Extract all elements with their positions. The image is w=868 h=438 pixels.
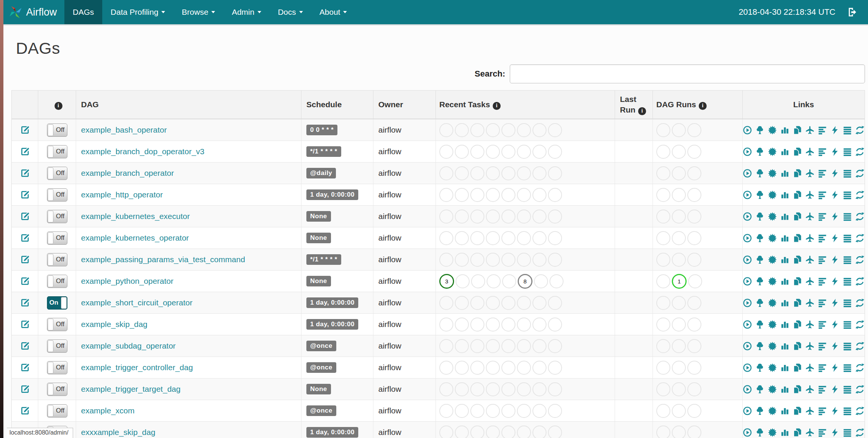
tree-view-icon[interactable] [755,298,765,308]
dag-run-state-circle-1[interactable] [656,210,670,224]
graph-view-icon[interactable] [768,406,777,416]
task-state-circle-4[interactable] [486,339,500,353]
dag-run-state-circle-2[interactable] [672,145,686,159]
task-state-circle-6[interactable] [517,145,531,159]
tree-view-icon[interactable] [755,190,765,200]
task-state-circle-3[interactable] [470,166,484,180]
task-state-circle-4[interactable] [486,231,500,245]
task-state-circle-3[interactable] [470,361,484,375]
task-state-circle-5[interactable] [501,231,515,245]
task-duration-icon[interactable] [780,363,790,372]
landing-times-icon[interactable] [805,277,815,286]
task-state-circle-7[interactable] [532,188,546,202]
task-state-circle-8[interactable] [548,123,562,137]
trigger-dag-icon[interactable] [743,320,752,329]
task-state-circle-5[interactable] [501,339,515,353]
task-duration-icon[interactable] [780,212,790,221]
trigger-dag-icon[interactable] [743,255,752,264]
logs-icon[interactable] [843,212,852,221]
nav-item-data-profiling[interactable]: Data Profiling [102,0,173,24]
graph-view-icon[interactable] [768,147,777,156]
trigger-dag-icon[interactable] [743,125,752,135]
task-duration-icon[interactable] [780,320,790,329]
landing-times-icon[interactable] [805,298,815,308]
logs-icon[interactable] [843,190,852,200]
dag-pause-toggle[interactable]: Off [47,361,67,374]
trigger-dag-icon[interactable] [743,341,752,351]
task-duration-icon[interactable] [780,255,790,264]
gantt-view-icon[interactable] [818,169,827,178]
task-duration-icon[interactable] [780,406,790,416]
tree-view-icon[interactable] [755,385,765,394]
logout-icon[interactable] [847,6,858,18]
trigger-dag-icon[interactable] [743,406,752,416]
task-state-circle-3[interactable] [470,253,484,267]
nav-item-docs[interactable]: Docs [270,0,311,24]
task-state-circle-5[interactable] [501,123,515,137]
tree-view-icon[interactable] [755,125,765,135]
logs-icon[interactable] [843,277,852,286]
dag-link[interactable]: example_bash_operator [81,125,167,135]
task-state-circle-4[interactable] [487,274,501,288]
refresh-icon[interactable] [855,125,865,135]
landing-times-icon[interactable] [805,147,815,156]
code-view-icon[interactable] [830,277,840,286]
task-tries-icon[interactable] [793,363,802,372]
task-state-circle-8[interactable] [548,188,562,202]
task-state-circle-6[interactable] [517,188,531,202]
dag-run-state-circle-1[interactable] [656,145,670,159]
task-state-circle-5[interactable] [501,210,515,224]
dag-run-state-circle-1[interactable] [656,339,670,353]
task-state-circle-1[interactable] [439,253,453,267]
dag-run-state-circle-2[interactable] [672,253,686,267]
task-state-circle-6[interactable] [517,123,531,137]
task-state-circle-5[interactable] [502,274,516,288]
logs-icon[interactable] [843,169,852,178]
task-state-circle-6[interactable] [517,296,531,310]
tree-view-icon[interactable] [755,320,765,329]
logs-icon[interactable] [843,255,852,264]
task-state-circle-4[interactable] [486,382,500,396]
logs-icon[interactable] [843,428,852,437]
task-state-circle-2[interactable] [455,231,469,245]
task-state-circle-8[interactable] [548,166,562,180]
code-view-icon[interactable] [830,169,840,178]
task-state-circle-2[interactable] [455,188,469,202]
dag-link[interactable]: exxxample_skip_dag [81,428,155,437]
dag-run-state-circle-1[interactable] [656,231,670,245]
refresh-icon[interactable] [855,320,865,329]
landing-times-icon[interactable] [805,385,815,394]
dag-link[interactable]: example_kubernetes_operator [81,233,189,242]
refresh-icon[interactable] [855,406,865,416]
edit-dag-icon[interactable] [20,168,30,178]
logs-icon[interactable] [843,385,852,394]
task-state-circle-7[interactable] [532,318,546,332]
task-tries-icon[interactable] [793,341,802,351]
task-state-circle-4[interactable] [486,188,500,202]
trigger-dag-icon[interactable] [743,212,752,221]
task-state-circle-2[interactable] [455,404,469,418]
tree-view-icon[interactable] [755,406,765,416]
logs-icon[interactable] [843,406,852,416]
tree-view-icon[interactable] [755,341,765,351]
task-state-circle-4[interactable] [486,425,500,438]
task-state-circle-3[interactable] [470,404,484,418]
dag-run-state-circle-3[interactable] [687,296,701,310]
gantt-view-icon[interactable] [818,125,827,135]
dag-link[interactable]: example_kubernetes_executor [81,212,190,221]
task-state-circle-2[interactable] [455,210,469,224]
task-state-circle-8[interactable] [548,425,562,438]
dag-run-state-circle-2[interactable] [672,339,686,353]
dag-pause-toggle[interactable]: Off [47,383,67,396]
edit-dag-icon[interactable] [20,341,30,351]
gantt-view-icon[interactable] [818,406,827,416]
task-state-circle-6[interactable] [517,318,531,332]
task-state-circle-7[interactable] [532,123,546,137]
code-view-icon[interactable] [830,212,840,221]
dag-run-state-circle-2[interactable]: 1 [672,274,687,289]
logs-icon[interactable] [843,341,852,351]
task-state-circle-2[interactable] [455,361,469,375]
task-state-circle-3[interactable] [470,123,484,137]
task-tries-icon[interactable] [793,298,802,308]
dag-run-state-circle-1[interactable] [656,296,670,310]
